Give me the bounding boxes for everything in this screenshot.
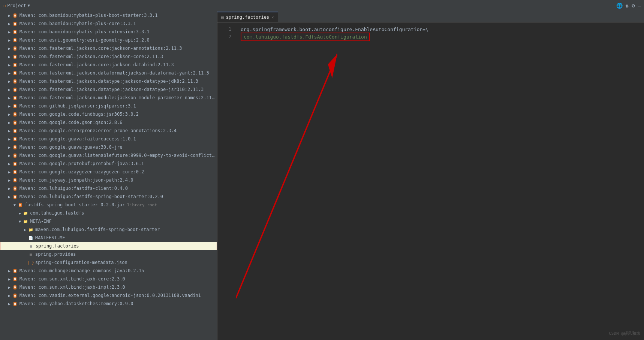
tree-arrow-7[interactable]: ▶ bbox=[7, 63, 12, 67]
jar-icon: m bbox=[13, 30, 17, 34]
tab-label: spring.factories bbox=[226, 15, 270, 20]
tree-item-2[interactable]: ▶mMaven: com.baomidou:mybatis-plus-core:… bbox=[0, 19, 217, 28]
tree-item-7[interactable]: ▶mMaven: com.fasterxml.jackson.core:jack… bbox=[0, 61, 217, 69]
tree-arrow-16[interactable]: ▶ bbox=[7, 137, 12, 141]
jar-icon: m bbox=[13, 195, 17, 199]
tree-arrow-10[interactable]: ▶ bbox=[7, 88, 12, 92]
tree-item-11[interactable]: ▶mMaven: com.fasterxml.jackson.module:ja… bbox=[0, 94, 217, 102]
tree-arrow-26[interactable]: ▼ bbox=[17, 219, 22, 224]
dropdown-icon[interactable]: ▼ bbox=[28, 3, 30, 7]
tree-arrow-25[interactable]: ▶ bbox=[17, 211, 22, 215]
tree-arrow-12[interactable]: ▶ bbox=[7, 104, 12, 108]
tree-arrow-13[interactable]: ▶ bbox=[7, 112, 12, 116]
tree-item-6[interactable]: ▶mMaven: com.fasterxml.jackson.core:jack… bbox=[0, 52, 217, 61]
tree-item-30[interactable]: ▦spring.provides bbox=[0, 250, 217, 258]
code-line-1: org.springframework.boot.autoconfigure.E… bbox=[241, 25, 640, 33]
tree-arrow-8[interactable]: ▶ bbox=[7, 71, 12, 75]
tree-item-10[interactable]: ▶mMaven: com.fasterxml.jackson.datatype:… bbox=[0, 85, 217, 94]
tree-item-5[interactable]: ▶mMaven: com.fasterxml.jackson.core:jack… bbox=[0, 44, 217, 52]
tree-arrow-34[interactable]: ▶ bbox=[7, 285, 12, 289]
tree-icon-10: m bbox=[12, 86, 18, 92]
tree-icon-21: m bbox=[12, 177, 18, 183]
tree-arrow-14[interactable]: ▶ bbox=[7, 121, 12, 125]
tree-arrow-23[interactable]: ▶ bbox=[7, 195, 12, 199]
layout-icon[interactable]: ⇅ bbox=[626, 3, 629, 9]
tree-item-8[interactable]: ▶mMaven: com.fasterxml.jackson.dataforma… bbox=[0, 69, 217, 77]
tree-item-29[interactable]: ▦spring.factories bbox=[0, 242, 217, 250]
tree-item-36[interactable]: ▶mMaven: com.yahoo.datasketches:memory:0… bbox=[0, 300, 217, 308]
tree-arrow-18[interactable]: ▶ bbox=[7, 154, 12, 158]
tree-item-13[interactable]: ▶mMaven: com.google.code.findbugs:jsr305… bbox=[0, 110, 217, 118]
tree-item-9[interactable]: ▶mMaven: com.fasterxml.jackson.datatype:… bbox=[0, 77, 217, 85]
tree-item-22[interactable]: ▶mMaven: com.luhuiguo:fastdfs-client:0.4… bbox=[0, 184, 217, 192]
tab-close-button[interactable]: × bbox=[271, 15, 274, 20]
tree-label-10: Maven: com.fasterxml.jackson.datatype:ja… bbox=[19, 87, 204, 92]
jar-icon: m bbox=[13, 88, 17, 92]
tree-item-26[interactable]: ▼📁META-INF bbox=[0, 217, 217, 225]
tree-arrow-32[interactable]: ▶ bbox=[7, 269, 12, 273]
tree-item-28[interactable]: 📄MANIFEST.MF bbox=[0, 234, 217, 242]
tree-item-4[interactable]: ▶mMaven: com.esri.geometry:esri-geometry… bbox=[0, 36, 217, 44]
minimize-icon[interactable]: — bbox=[638, 3, 641, 9]
tree-item-12[interactable]: ▶mMaven: com.github.jsqlparser:jsqlparse… bbox=[0, 102, 217, 110]
tree-arrow-27[interactable]: ▶ bbox=[22, 228, 28, 232]
tree-item-3[interactable]: ▶mMaven: com.baomidou:mybatis-plus-exten… bbox=[0, 28, 217, 36]
jar-icon: m bbox=[13, 285, 17, 289]
tree-arrow-1[interactable]: ▶ bbox=[7, 13, 12, 18]
tree-arrow-15[interactable]: ▶ bbox=[7, 129, 12, 133]
tree-label-27: maven.com.luhuiguo.fastdfs-spring-boot-s… bbox=[35, 227, 160, 232]
tree-icon-7: m bbox=[12, 62, 18, 68]
tab-spring-factories[interactable]: ▦ spring.factories × bbox=[217, 12, 278, 22]
tree-arrow-19[interactable]: ▶ bbox=[7, 162, 12, 166]
tree-arrow-2[interactable]: ▶ bbox=[7, 22, 12, 26]
tree-arrow-5[interactable]: ▶ bbox=[7, 46, 12, 51]
tree-item-33[interactable]: ▶mMaven: com.sun.xml.bind:jaxb-core:2.3.… bbox=[0, 275, 217, 283]
tree-arrow-35[interactable]: ▶ bbox=[7, 294, 12, 298]
tree-arrow-17[interactable]: ▶ bbox=[7, 145, 12, 149]
tree-item-19[interactable]: ▶mMaven: com.google.protobuf:protobuf-ja… bbox=[0, 160, 217, 168]
tree-label-2: Maven: com.baomidou:mybatis-plus-core:3.… bbox=[19, 21, 136, 26]
tree-item-34[interactable]: ▶mMaven: com.sun.xml.bind:jaxb-impl:2.3.… bbox=[0, 283, 217, 291]
tree-arrow-33[interactable]: ▶ bbox=[7, 277, 12, 281]
tree-icon-19: m bbox=[12, 161, 18, 167]
tree-arrow-24[interactable]: ▼ bbox=[12, 203, 17, 207]
tree-arrow-21[interactable]: ▶ bbox=[7, 178, 12, 182]
tree-item-31[interactable]: { }spring-configuration-metadata.json bbox=[0, 258, 217, 267]
tree-arrow-22[interactable]: ▶ bbox=[7, 186, 12, 191]
jar-icon: m bbox=[13, 154, 17, 158]
settings-icon[interactable]: ⚙ bbox=[632, 3, 635, 9]
tree-item-18[interactable]: ▶mMaven: com.google.guava:listenablefutu… bbox=[0, 151, 217, 160]
tree-item-35[interactable]: ▶mMaven: com.vaadin.external.google:andr… bbox=[0, 291, 217, 300]
code-line-2: com.luhuiguo.fastdfs.FdfsAutoConfigurati… bbox=[241, 33, 640, 40]
tree-arrow-3[interactable]: ▶ bbox=[7, 30, 12, 34]
jar-icon: m bbox=[13, 22, 17, 26]
jar-icon: m bbox=[13, 79, 17, 84]
tree-arrow-4[interactable]: ▶ bbox=[7, 38, 12, 42]
tree-icon-17: m bbox=[12, 144, 18, 150]
tree-item-27[interactable]: ▶📁maven.com.luhuiguo.fastdfs-spring-boot… bbox=[0, 225, 217, 234]
tree-item-14[interactable]: ▶mMaven: com.google.code.gson:gson:2.8.6 bbox=[0, 118, 217, 127]
tree-item-20[interactable]: ▶mMaven: com.google.uzaygezen:uzaygezen-… bbox=[0, 168, 217, 176]
project-tree[interactable]: ▶mMaven: com.baomidou:mybatis-plus-boot-… bbox=[0, 11, 217, 340]
tree-icon-14: m bbox=[12, 119, 18, 125]
tree-label-23: Maven: com.luhuiguo:fastdfs-spring-boot-… bbox=[19, 194, 163, 199]
tree-item-16[interactable]: ▶mMaven: com.google.guava:failureaccess:… bbox=[0, 135, 217, 143]
tree-item-15[interactable]: ▶mMaven: com.google.errorprone:error_pro… bbox=[0, 127, 217, 135]
tree-label-13: Maven: com.google.code.findbugs:jsr305:3… bbox=[19, 112, 139, 117]
jar-icon: m bbox=[13, 112, 17, 116]
tree-arrow-9[interactable]: ▶ bbox=[7, 79, 12, 84]
tree-item-17[interactable]: ▶mMaven: com.google.guava:guava:30.0-jre bbox=[0, 143, 217, 151]
globe-icon[interactable]: 🌐 bbox=[616, 3, 623, 9]
editor-content[interactable]: org.springframework.boot.autoconfigure.E… bbox=[236, 22, 644, 340]
tree-item-21[interactable]: ▶mMaven: com.jayway.jsonpath:json-path:2… bbox=[0, 176, 217, 184]
tree-item-24[interactable]: ▼mfastdfs-spring-boot-starter-0.2.0.jarl… bbox=[0, 201, 217, 209]
tree-item-1[interactable]: ▶mMaven: com.baomidou:mybatis-plus-boot-… bbox=[0, 11, 217, 19]
tree-arrow-20[interactable]: ▶ bbox=[7, 170, 12, 174]
tree-item-23[interactable]: ▶mMaven: com.luhuiguo:fastdfs-spring-boo… bbox=[0, 192, 217, 201]
tree-item-25[interactable]: ▶📁com.luhuiguo.fastdfs bbox=[0, 209, 217, 217]
tree-label-9: Maven: com.fasterxml.jackson.datatype:ja… bbox=[19, 79, 198, 84]
tree-arrow-6[interactable]: ▶ bbox=[7, 55, 12, 59]
tree-item-32[interactable]: ▶mMaven: com.mchange:mchange-commons-jav… bbox=[0, 267, 217, 275]
tree-arrow-11[interactable]: ▶ bbox=[7, 96, 12, 100]
tree-arrow-36[interactable]: ▶ bbox=[7, 302, 12, 306]
